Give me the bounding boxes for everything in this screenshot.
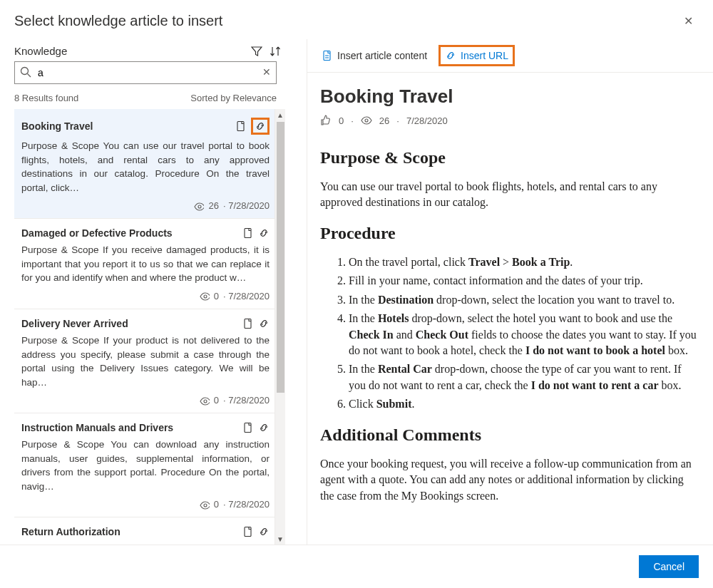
eye-icon [200, 291, 210, 301]
close-button[interactable]: ✕ [678, 11, 699, 31]
link-icon[interactable] [258, 318, 270, 329]
doc-icon[interactable] [242, 318, 254, 329]
link-icon[interactable] [258, 422, 270, 433]
article-card[interactable]: Booking TravelPurpose & Scope You can us… [14, 109, 277, 219]
article-card[interactable]: Delivery Never ArrivedPurpose & Scope If… [14, 309, 277, 413]
article-snippet: Purpose & Scope You can use our travel p… [21, 139, 270, 195]
link-icon[interactable] [258, 227, 270, 239]
view-count: 26 [379, 115, 389, 126]
doc-icon [322, 50, 333, 61]
doc-icon[interactable] [242, 526, 254, 537]
tab-insert-content[interactable]: Insert article content [317, 47, 431, 64]
eye-icon [361, 115, 372, 126]
search-input[interactable] [14, 61, 277, 84]
sort-icon[interactable] [270, 46, 281, 57]
link-icon[interactable] [251, 118, 270, 135]
filter-icon[interactable] [251, 46, 262, 57]
article-title: Damaged or Defective Products [21, 227, 173, 239]
search-icon [20, 66, 31, 78]
cancel-button[interactable]: Cancel [639, 555, 699, 578]
doc-icon[interactable] [242, 422, 254, 433]
eye-icon [200, 500, 210, 510]
scrollbar-thumb[interactable] [277, 122, 284, 393]
tab-insert-url[interactable]: Insert URL [438, 45, 515, 66]
article-title: Delivery Never Arrived [21, 318, 128, 329]
doc-icon[interactable] [242, 227, 254, 239]
article-card[interactable]: Return AuthorizationPurpose & Scope If y… [14, 517, 277, 545]
link-icon [445, 50, 456, 61]
article-meta: 0 · 7/28/2020 [21, 499, 270, 510]
scroll-up-icon[interactable]: ▲ [275, 109, 285, 120]
article-snippet: Purpose & Scope If you receive damaged p… [21, 243, 270, 285]
knowledge-heading: Knowledge [14, 45, 67, 57]
article-meta: 0 · 7/28/2020 [21, 395, 270, 406]
dialog-title: Select knowledge article to insert [14, 13, 222, 29]
article-snippet: Purpose & Scope If you need to return or… [21, 542, 270, 545]
article-meta: 26 · 7/28/2020 [21, 200, 270, 211]
preview-title: Booking Travel [320, 86, 699, 108]
like-count: 0 [339, 115, 344, 126]
article-title: Instruction Manuals and Drivers [21, 422, 173, 433]
preview-body: Purpose & Scope You can use our travel p… [320, 146, 699, 504]
article-title: Return Authorization [21, 526, 120, 537]
scrollbar[interactable]: ▲ ▼ [275, 109, 285, 545]
preview-date: 7/28/2020 [406, 115, 448, 126]
clear-search-icon[interactable]: ✕ [262, 66, 271, 78]
article-card[interactable]: Instruction Manuals and DriversPurpose &… [14, 413, 277, 517]
sort-label: Sorted by Relevance [190, 93, 277, 103]
article-snippet: Purpose & Scope You can download any ins… [21, 438, 270, 493]
article-meta: 0 · 7/28/2020 [21, 291, 270, 301]
doc-icon[interactable] [235, 120, 247, 132]
article-card[interactable]: Damaged or Defective ProductsPurpose & S… [14, 219, 277, 309]
eye-icon [200, 396, 210, 406]
eye-icon [194, 201, 204, 211]
link-icon[interactable] [258, 526, 270, 537]
scroll-down-icon[interactable]: ▼ [275, 533, 285, 545]
results-count: 8 Results found [14, 93, 78, 103]
thumbs-up-icon[interactable] [320, 115, 332, 126]
article-snippet: Purpose & Scope If your product is not d… [21, 334, 270, 389]
article-title: Booking Travel [21, 120, 93, 132]
